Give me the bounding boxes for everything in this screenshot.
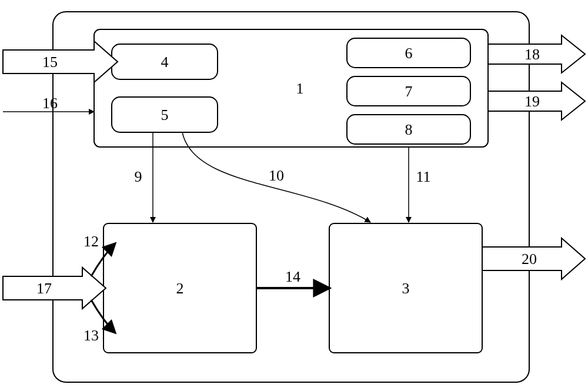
label-8: 8 xyxy=(405,121,413,138)
arrow-18: 18 xyxy=(488,35,585,73)
label-7: 7 xyxy=(405,83,413,100)
label-17: 17 xyxy=(36,280,52,297)
label-14: 14 xyxy=(285,268,300,285)
diagram-svg: 1 4 5 6 7 8 2 3 15 16 17 18 19 20 xyxy=(0,0,588,391)
block-1 xyxy=(94,29,488,147)
label-12: 12 xyxy=(83,233,99,250)
arrow-17: 17 xyxy=(3,268,106,309)
label-10: 10 xyxy=(269,167,284,184)
label-19: 19 xyxy=(524,93,540,110)
arrow-20: 20 xyxy=(482,238,585,279)
label-2: 2 xyxy=(176,280,184,297)
label-13: 13 xyxy=(83,327,99,344)
label-5: 5 xyxy=(161,106,169,123)
label-3: 3 xyxy=(402,280,410,297)
label-1: 1 xyxy=(296,80,304,97)
label-4: 4 xyxy=(161,54,169,71)
arrow-19: 19 xyxy=(488,82,585,120)
label-16: 16 xyxy=(42,95,58,112)
label-6: 6 xyxy=(405,45,413,62)
arrow-15: 15 xyxy=(3,41,118,82)
label-18: 18 xyxy=(524,46,540,63)
label-15: 15 xyxy=(42,54,58,71)
label-9: 9 xyxy=(135,168,142,185)
label-20: 20 xyxy=(522,250,537,268)
label-11: 11 xyxy=(416,168,430,185)
